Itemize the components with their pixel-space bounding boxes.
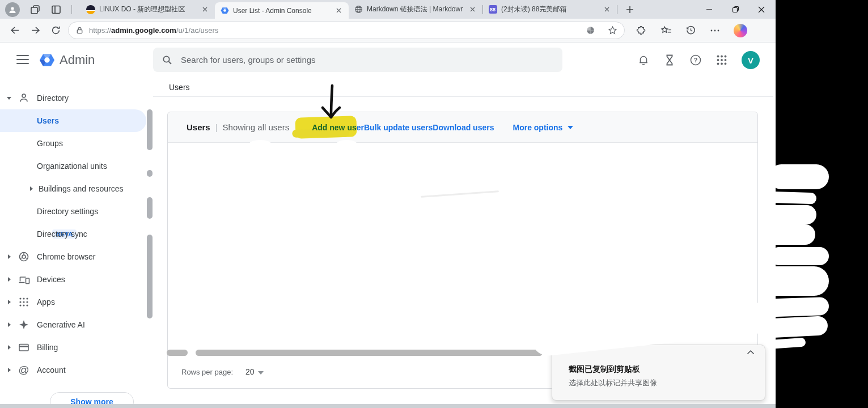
download-users-link[interactable]: Download users <box>433 123 494 132</box>
extensions-puzzle-icon[interactable] <box>636 25 647 36</box>
translate-icon[interactable] <box>586 26 595 35</box>
sidebar-item-apps[interactable]: Apps <box>0 291 146 313</box>
window-minimize-button[interactable] <box>696 0 722 19</box>
horizontal-scrollbar-thumb[interactable] <box>196 350 543 356</box>
sidebar-item-buildings-and-resources[interactable]: Buildings and resources <box>0 177 146 200</box>
chevron-right-icon[interactable] <box>8 254 13 259</box>
copilot-icon[interactable] <box>734 24 747 37</box>
url-protocol: https:// <box>89 26 111 35</box>
admin-search-bar[interactable] <box>153 48 562 72</box>
toast-subtitle: 选择此处以标记并共享图像 <box>569 378 765 388</box>
chevron-down-icon[interactable] <box>7 97 11 102</box>
tab-close-icon[interactable] <box>200 5 210 15</box>
white-scribble <box>769 164 829 189</box>
title-separator: | <box>215 122 218 132</box>
dropdown-caret-icon <box>568 126 573 132</box>
chevron-right-icon[interactable] <box>8 277 13 282</box>
more-options-ellipsis-icon[interactable] <box>710 26 720 36</box>
horizontal-scrollbar-thumb[interactable] <box>167 350 188 356</box>
site-security-lock-icon[interactable] <box>75 26 84 35</box>
sidebar-item-users[interactable]: Users <box>0 109 146 132</box>
notifications-bell-icon[interactable] <box>637 54 650 66</box>
sidebar-item-chrome-browser[interactable]: Chrome browser <box>0 245 146 268</box>
google-apps-grid-icon[interactable] <box>716 54 727 66</box>
history-clock-icon[interactable] <box>685 25 696 36</box>
sidebar-item-groups[interactable]: Groups <box>0 132 146 155</box>
white-scribble <box>769 192 817 205</box>
more-options-dropdown[interactable]: More options <box>513 123 573 132</box>
billing-card-icon <box>18 342 30 353</box>
browser-tab-admin-console-active[interactable]: User List - Admin Console <box>215 2 349 19</box>
white-scribble <box>761 266 829 296</box>
search-icon <box>162 55 172 65</box>
sidebar-label: Devices <box>37 275 65 284</box>
rows-per-page-caret-icon[interactable] <box>258 371 264 377</box>
tasks-hourglass-icon[interactable] <box>664 54 675 66</box>
linuxdo-favicon <box>86 5 95 14</box>
tab-close-icon[interactable] <box>333 6 344 16</box>
chevron-right-icon[interactable] <box>8 345 13 350</box>
sidebar-item-generative-ai[interactable]: Generative AI <box>0 313 146 336</box>
globe-favicon <box>354 5 363 14</box>
admin-product-name: Admin <box>60 52 95 68</box>
collections-favorites-icon[interactable] <box>660 25 672 36</box>
new-tab-button[interactable] <box>622 2 638 18</box>
browser-tab-linuxdo[interactable]: LINUX DO - 新的理想型社区 <box>81 0 215 19</box>
sidebar-item-devices[interactable]: Devices <box>0 268 146 291</box>
tab-close-icon[interactable] <box>467 5 477 15</box>
window-close-button[interactable] <box>748 0 774 19</box>
help-icon[interactable]: ? <box>689 54 702 66</box>
rows-per-page-label: Rows per page: <box>181 368 233 376</box>
sidebar-item-directory[interactable]: Directory <box>0 87 146 109</box>
main-menu-hamburger-icon[interactable] <box>16 55 29 64</box>
tab-close-icon[interactable] <box>602 5 612 15</box>
sidebar-label: Billing <box>37 343 58 352</box>
sidebar-scrollbar-thumb[interactable] <box>147 197 153 219</box>
bulk-update-users-link[interactable]: Bulk update users <box>364 123 433 132</box>
sidebar-label: Chrome browser <box>37 252 95 261</box>
sidebar-label: Generative AI <box>37 320 85 329</box>
more-options-label: More options <box>513 123 562 132</box>
sidebar-scrollbar-thumb[interactable] <box>147 109 153 150</box>
sidebar-item-billing[interactable]: Billing <box>0 336 146 359</box>
browser-profile-button[interactable] <box>5 2 20 17</box>
address-bar[interactable]: https://admin.google.com/u/1/ac/users <box>68 22 625 39</box>
account-at-icon: @ <box>18 364 30 376</box>
chevron-right-icon[interactable] <box>30 186 35 191</box>
url-text[interactable]: https://admin.google.com/u/1/ac/users <box>89 26 586 35</box>
paint-artifact <box>336 140 357 148</box>
sidebar-item-directory-settings[interactable]: Directory settings <box>0 200 146 223</box>
tab-title: User List - Admin Console <box>233 7 329 15</box>
reload-button[interactable] <box>45 21 66 40</box>
apps-grid-icon <box>18 297 30 307</box>
sidebar-item-directory-sync[interactable]: Directory sync BETA <box>0 223 146 245</box>
sidebar-item-organizational-units[interactable]: Organizational units <box>0 155 146 177</box>
chevron-right-icon[interactable] <box>8 300 13 304</box>
sidebar-scrollbar-thumb[interactable] <box>147 235 153 318</box>
window-bottom-edge <box>0 404 776 408</box>
chrome-browser-icon <box>18 251 30 262</box>
window-restore-button[interactable] <box>722 0 748 19</box>
back-button[interactable] <box>5 21 25 40</box>
tab-layout-icon[interactable] <box>50 4 62 15</box>
search-input[interactable] <box>180 54 520 65</box>
devices-icon <box>18 274 30 285</box>
forward-button[interactable] <box>25 21 45 40</box>
rows-per-page-value[interactable]: 20 <box>245 367 255 376</box>
browser-tab-strip: LINUX DO - 新的理想型社区 User List - Admin Con… <box>0 0 776 19</box>
browser-tab-mail[interactable]: 88 (2封未读) 88完美邮箱 <box>483 0 617 19</box>
screenshot-toast[interactable]: 截图已复制到剪贴板 选择此处以标记并共享图像 <box>552 345 765 401</box>
sidebar-item-account[interactable]: @ Account <box>0 359 146 381</box>
paint-artifact <box>249 140 271 147</box>
favorite-star-icon[interactable] <box>608 26 617 35</box>
toast-collapse-chevron-icon[interactable] <box>747 350 755 355</box>
sidebar-scrollbar-thumb[interactable] <box>147 170 153 177</box>
chevron-right-icon[interactable] <box>8 368 13 372</box>
directory-person-icon <box>18 92 30 104</box>
browser-tab-markdown[interactable]: Markdown 链接语法 | Markdown <box>349 0 482 19</box>
chevron-right-icon[interactable] <box>8 322 13 327</box>
screenshot-root: LINUX DO - 新的理想型社区 User List - Admin Con… <box>0 0 868 408</box>
url-path: /u/1/ac/users <box>176 26 218 35</box>
account-avatar[interactable]: V <box>742 51 760 69</box>
workspaces-icon[interactable] <box>29 4 41 15</box>
